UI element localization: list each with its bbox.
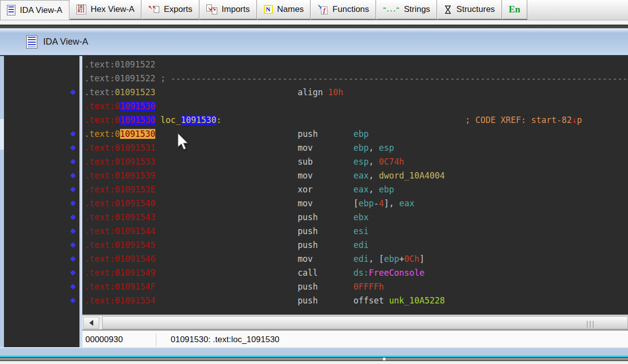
asm-line[interactable]: .text:01091523 align 10h bbox=[84, 85, 628, 99]
tab-enums[interactable]: En bbox=[502, 0, 527, 20]
code-dot bbox=[71, 187, 75, 191]
asm-line[interactable]: .text:01091540 mov [ebp-4], eax bbox=[84, 196, 628, 210]
code-dot bbox=[71, 132, 75, 136]
tab-structures[interactable]: Structures bbox=[437, 0, 502, 20]
asm-line[interactable]: .text:01091530 loc_1091530: ; CODE XREF:… bbox=[84, 113, 628, 127]
tab-exports[interactable]: ↖↖Exports bbox=[141, 0, 199, 20]
tab-label: Imports bbox=[222, 4, 250, 14]
tab-label: Strings bbox=[404, 4, 430, 14]
asm-line[interactable]: .text:01091554 push offset unk_10A5228 bbox=[84, 294, 628, 307]
names-icon: N bbox=[264, 5, 273, 14]
mouse-cursor-icon bbox=[177, 132, 189, 151]
docked-panel-edge[interactable] bbox=[0, 357, 628, 361]
code-dot bbox=[71, 201, 75, 205]
asm-line[interactable]: .text:01091530 push ebp bbox=[84, 127, 628, 141]
structures-icon bbox=[444, 5, 452, 14]
tab-strings[interactable]: "..."Strings bbox=[376, 0, 437, 20]
mdi-background-strip bbox=[0, 348, 628, 356]
file-offset-value: 00000930 bbox=[82, 335, 156, 345]
functions-icon: ↘f bbox=[317, 4, 328, 14]
asm-line[interactable]: .text:01091544 push esi bbox=[84, 224, 628, 238]
toolbar-spacer bbox=[0, 20, 628, 25]
breakpoint-margin[interactable] bbox=[4, 56, 79, 348]
view-tab-bar: IDA View-A101011Hex View-A↖↖Exports↘↘Imp… bbox=[0, 0, 628, 20]
disassembly-view[interactable]: .text:01091522.text:01091522 ; ---------… bbox=[82, 56, 628, 314]
scroll-left-button[interactable] bbox=[83, 317, 99, 329]
tab-label: Hex View-A bbox=[91, 4, 135, 14]
asm-line[interactable]: .text:01091522 ; -----------------------… bbox=[84, 71, 628, 85]
scrollbar-thumb[interactable] bbox=[102, 316, 628, 329]
asm-lines: .text:01091522.text:01091522 ; ---------… bbox=[82, 56, 628, 307]
exports-icon: ↖↖ bbox=[148, 4, 159, 14]
asm-line[interactable]: .text:0109154F push 0FFFFh bbox=[84, 280, 628, 294]
tab-hex-view-a[interactable]: 101011Hex View-A bbox=[69, 0, 142, 20]
asm-line[interactable]: .text:01091549 call ds:FreeConsole bbox=[84, 266, 628, 280]
left-arrow-icon bbox=[89, 320, 93, 326]
asm-line[interactable]: .text:01091531 mov ebp, esp bbox=[84, 141, 628, 155]
strings-icon: "..." bbox=[383, 6, 399, 13]
tab-names[interactable]: NNames bbox=[257, 0, 311, 20]
ida-pro-window: IDA View-A101011Hex View-A↖↖Exports↘↘Imp… bbox=[0, 0, 628, 364]
tab-label: Exports bbox=[164, 4, 192, 14]
asm-line[interactable]: .text:01091533 sub esp, 0C74h bbox=[84, 155, 628, 169]
hex-view-icon: 101011 bbox=[76, 4, 86, 14]
asm-line[interactable]: .text:0109153E xor eax, ebp bbox=[84, 182, 628, 196]
panel-edge-divider bbox=[383, 358, 385, 361]
code-dot bbox=[71, 160, 75, 164]
tab-label: IDA View-A bbox=[20, 5, 63, 15]
ida-view-document-icon bbox=[26, 35, 37, 49]
current-location-value: 01091530: .text:loc_1091530 bbox=[171, 335, 279, 345]
status-separator bbox=[156, 333, 157, 346]
code-dot bbox=[71, 215, 75, 219]
enums-icon: En bbox=[509, 4, 520, 15]
imports-icon: ↘↘ bbox=[206, 4, 217, 14]
window-top-border bbox=[0, 25, 628, 28]
horizontal-scrollbar[interactable] bbox=[82, 314, 628, 330]
asm-line[interactable]: .text:01091546 mov edi, [ebp+0Ch] bbox=[84, 252, 628, 266]
asm-line[interactable]: .text:01091539 mov eax, dword_10A4004 bbox=[84, 169, 628, 182]
tab-imports[interactable]: ↘↘Imports bbox=[199, 0, 257, 20]
code-dot bbox=[71, 90, 75, 94]
tab-functions[interactable]: ↘fFunctions bbox=[311, 0, 376, 20]
status-bar: 00000930 01091530: .text:loc_1091530 bbox=[82, 330, 628, 348]
lower-panel-top bbox=[0, 361, 628, 364]
code-dot bbox=[71, 229, 75, 233]
code-dot bbox=[71, 257, 75, 261]
code-dot bbox=[71, 271, 75, 275]
asm-line[interactable]: .text:01091522 bbox=[84, 58, 628, 71]
asm-line[interactable]: .text:01091530 bbox=[84, 99, 628, 113]
code-dot bbox=[71, 174, 75, 178]
code-dot bbox=[71, 299, 75, 303]
mdi-window-titlebar[interactable]: IDA View-A bbox=[0, 28, 628, 56]
code-dot bbox=[71, 243, 75, 247]
window-title: IDA View-A bbox=[43, 37, 88, 47]
asm-line[interactable]: .text:01091543 push ebx bbox=[84, 210, 628, 224]
tab-label: Functions bbox=[332, 4, 369, 14]
tab-label: Names bbox=[277, 4, 304, 14]
left-edge-scroll-thumb[interactable] bbox=[0, 119, 4, 150]
code-dot bbox=[71, 146, 75, 150]
ida-view-document-icon bbox=[7, 5, 15, 15]
scrollbar-grip-icon bbox=[587, 321, 596, 328]
tab-label: Structures bbox=[456, 4, 495, 14]
asm-line[interactable]: .text:01091545 push edi bbox=[84, 238, 628, 252]
code-dot bbox=[71, 285, 75, 289]
left-edge-strip bbox=[0, 56, 4, 348]
tab-ida-view-a[interactable]: IDA View-A bbox=[0, 0, 69, 20]
